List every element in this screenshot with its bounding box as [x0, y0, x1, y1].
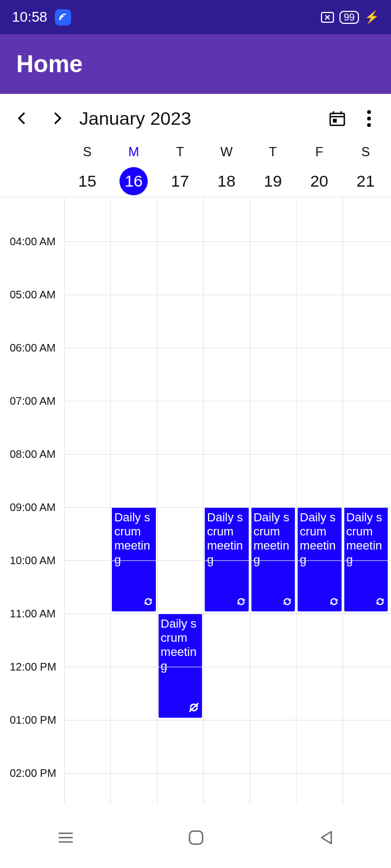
date-number[interactable]: 20	[305, 167, 333, 195]
day-column-header[interactable]: M16	[110, 143, 156, 197]
day-column[interactable]: Daily scrum meeting	[157, 197, 203, 803]
recent-apps-button[interactable]	[56, 830, 75, 847]
calendar-event[interactable]: Daily scrum meeting	[251, 507, 295, 611]
day-column-header[interactable]: T19	[250, 143, 296, 197]
day-column-header[interactable]: F20	[296, 143, 342, 197]
day-of-week-label: W	[220, 144, 233, 159]
calendar-event[interactable]: Daily scrum meeting	[205, 507, 248, 611]
day-of-week-label: S	[361, 144, 370, 159]
calendar-event[interactable]: Daily scrum meeting	[344, 507, 388, 611]
date-number[interactable]: 19	[258, 167, 287, 195]
charging-icon: ⚡	[364, 10, 379, 24]
time-gutter: 04:00 AM05:00 AM06:00 AM07:00 AM08:00 AM…	[0, 197, 64, 803]
time-label: 04:00 AM	[10, 235, 56, 248]
hour-gridline	[64, 773, 391, 774]
event-title: Daily scrum meeting	[161, 617, 200, 673]
prev-week-button[interactable]	[10, 106, 35, 131]
day-column[interactable]: Daily scrum meeting	[110, 197, 156, 803]
cast-icon	[55, 9, 71, 25]
event-title: Daily scrum meeting	[114, 510, 153, 567]
status-time: 10:58	[12, 9, 47, 25]
back-button[interactable]	[317, 829, 335, 848]
day-column[interactable]	[64, 197, 110, 803]
hour-gridline	[64, 667, 391, 667]
calendar-event[interactable]: Daily scrum meeting	[112, 507, 155, 611]
next-week-button[interactable]	[45, 106, 70, 131]
date-number[interactable]: 15	[73, 167, 102, 195]
day-column-header[interactable]: T17	[157, 143, 203, 197]
date-number[interactable]: 16	[119, 167, 148, 195]
time-label: 07:00 AM	[10, 395, 56, 407]
time-label: 05:00 AM	[10, 289, 56, 301]
hour-gridline	[64, 614, 391, 614]
day-column-header[interactable]: W18	[203, 143, 249, 197]
hour-gridline	[64, 241, 391, 242]
time-label: 09:00 AM	[10, 501, 56, 514]
hour-gridline	[64, 720, 391, 720]
app-bar: Home	[0, 34, 391, 94]
calendar-event[interactable]: Daily scrum meeting	[298, 507, 341, 611]
day-column[interactable]: Daily scrum meeting	[343, 197, 389, 803]
time-label: 06:00 AM	[10, 342, 56, 354]
time-label: 02:00 PM	[10, 767, 56, 780]
svg-marker-10	[321, 832, 331, 844]
hour-gridline	[64, 507, 391, 508]
more-options-button[interactable]	[356, 106, 381, 131]
day-of-week-label: S	[83, 144, 92, 159]
day-column-header[interactable]: S21	[343, 143, 389, 197]
calendar-event[interactable]: Daily scrum meeting	[159, 614, 202, 718]
day-of-week-label: T	[176, 144, 184, 159]
hour-gridline	[64, 295, 391, 295]
day-column[interactable]: Daily scrum meeting	[250, 197, 296, 803]
hour-gridline	[64, 401, 391, 401]
home-button[interactable]	[187, 829, 205, 848]
calendar-toolbar: January 2023	[0, 94, 391, 143]
calendar-grid[interactable]: 04:00 AM05:00 AM06:00 AM07:00 AM08:00 AM…	[0, 197, 391, 803]
event-title: Daily scrum meeting	[254, 510, 293, 567]
date-number[interactable]: 17	[166, 167, 194, 195]
time-label: 01:00 PM	[10, 714, 56, 726]
month-label[interactable]: January 2023	[79, 108, 318, 129]
recurring-icon	[282, 596, 293, 609]
svg-rect-9	[190, 831, 203, 844]
day-of-week-label: M	[128, 144, 139, 159]
system-nav-bar	[0, 809, 391, 868]
hour-gridline	[64, 454, 391, 455]
date-number[interactable]: 18	[212, 167, 241, 195]
date-number[interactable]: 21	[351, 167, 380, 195]
time-label: 12:00 PM	[10, 661, 56, 673]
hour-gridline	[64, 560, 391, 561]
event-title: Daily scrum meeting	[346, 510, 386, 567]
time-label: 11:00 AM	[10, 608, 56, 620]
recurring-icon	[143, 596, 154, 609]
day-column[interactable]: Daily scrum meeting	[296, 197, 342, 803]
day-column[interactable]: Daily scrum meeting	[203, 197, 249, 803]
hour-gridline	[64, 348, 391, 348]
day-of-week-label: T	[269, 144, 277, 159]
page-title: Home	[16, 50, 83, 78]
recurring-icon	[236, 596, 247, 609]
svg-rect-4	[333, 119, 337, 123]
svg-rect-0	[330, 113, 344, 125]
recurring-icon	[375, 596, 386, 609]
today-button[interactable]	[325, 106, 350, 131]
day-column-header[interactable]: S15	[64, 143, 110, 197]
time-label: 08:00 AM	[10, 448, 56, 461]
battery-indicator: 99	[339, 11, 359, 24]
notification-dismiss-icon: ✕	[321, 12, 334, 23]
day-of-week-label: F	[315, 144, 323, 159]
status-bar: 10:58 ✕ 99 ⚡	[0, 0, 391, 34]
recurring-icon	[329, 596, 339, 609]
grid-columns: Daily scrum meetingDaily scrum meetingDa…	[64, 197, 389, 803]
day-header-row: S15M16T17W18T19F20S21	[0, 143, 391, 197]
event-title: Daily scrum meeting	[300, 510, 339, 567]
event-title: Daily scrum meeting	[207, 510, 246, 567]
time-label: 10:00 AM	[10, 554, 56, 567]
non-recurring-icon	[188, 701, 200, 716]
